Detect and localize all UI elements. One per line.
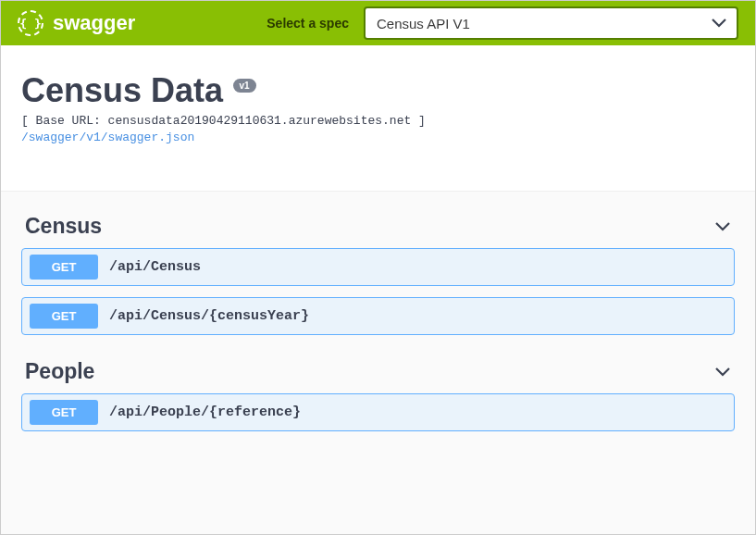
spec-select[interactable]: Census API V1 <box>364 6 738 40</box>
topbar: { } swagger Select a spec Census API V1 <box>1 1 755 45</box>
tag-name: Census <box>25 214 714 239</box>
swagger-logo-text: swagger <box>53 11 135 35</box>
spec-select-value[interactable]: Census API V1 <box>364 6 738 40</box>
operation-path: /api/Census/{censusYear} <box>109 308 309 324</box>
api-title: Census Data <box>21 71 223 110</box>
chevron-down-icon <box>714 218 731 235</box>
method-badge: GET <box>30 400 98 425</box>
operations-container: Census GET /api/Census GET /api/Census/{… <box>1 192 755 461</box>
operation-path: /api/People/{reference} <box>109 404 301 420</box>
operation-get-census-year[interactable]: GET /api/Census/{censusYear} <box>21 297 735 335</box>
operation-get-people-reference[interactable]: GET /api/People/{reference} <box>21 393 735 431</box>
base-url: [ Base URL: censusdata20190429110631.azu… <box>21 114 735 128</box>
info-section: Census Data v1 [ Base URL: censusdata201… <box>1 45 755 192</box>
tag-name: People <box>25 359 714 384</box>
spec-select-label: Select a spec <box>266 16 349 31</box>
version-badge: v1 <box>233 79 256 93</box>
swagger-logo-icon: { } <box>18 10 43 36</box>
tag-census[interactable]: Census <box>21 201 735 248</box>
operation-path: /api/Census <box>109 259 201 275</box>
operation-get-census[interactable]: GET /api/Census <box>21 248 735 286</box>
method-badge: GET <box>30 304 98 329</box>
swagger-json-link[interactable]: /swagger/v1/swagger.json <box>21 131 194 144</box>
method-badge: GET <box>30 255 98 280</box>
chevron-down-icon <box>714 364 731 380</box>
tag-people[interactable]: People <box>21 346 735 393</box>
